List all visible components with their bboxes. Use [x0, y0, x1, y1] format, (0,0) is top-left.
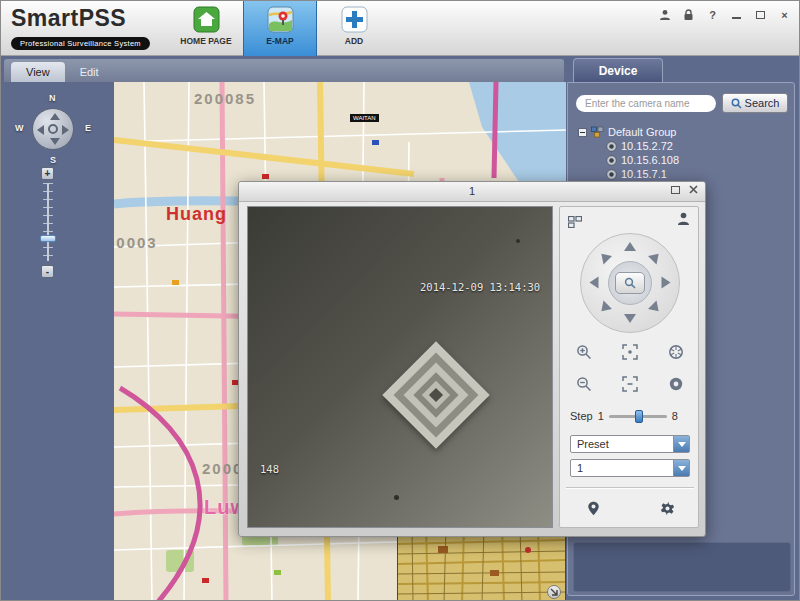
preset-dropdown[interactable]: Preset — [570, 435, 690, 453]
zoom-in-lens-button[interactable] — [574, 343, 594, 361]
app-title: SmartPSS — [11, 5, 150, 32]
ptz-up-right-icon[interactable] — [648, 250, 663, 265]
app-header: SmartPSS Professional Surveillance Syste… — [1, 1, 800, 56]
tab-home-label: HOME PAGE — [180, 36, 231, 46]
map-label-postcode-left: 00003 — [114, 234, 158, 251]
camera-row[interactable]: 10.15.2.72 — [578, 139, 788, 153]
device-tree: Default Group 10.15.2.72 10.15.6.108 — [578, 125, 788, 181]
preset-number-dropdown[interactable]: 1 — [570, 459, 690, 477]
goto-preset-button[interactable] — [580, 497, 606, 519]
tab-add[interactable]: ADD — [317, 1, 391, 56]
location-pin-icon — [587, 501, 600, 516]
preset-number-dropdown-button[interactable] — [673, 460, 689, 476]
ptz-down-left-icon[interactable] — [597, 301, 612, 316]
pan-left-icon[interactable] — [37, 125, 44, 135]
device-panel-footer — [573, 542, 791, 592]
tab-emap-label: E-MAP — [266, 36, 293, 46]
collapse-icon[interactable] — [578, 128, 587, 137]
video-feed[interactable]: 2014-12-09 13:14:30 148 — [247, 206, 553, 528]
close-icon[interactable]: × — [778, 8, 791, 21]
ptz-right-icon[interactable] — [662, 277, 671, 289]
ptz-up-left-icon[interactable] — [597, 250, 612, 265]
pan-down-icon[interactable] — [50, 138, 60, 145]
zoom-out-button[interactable]: - — [41, 265, 54, 278]
ptz-step-row: Step 1 8 — [570, 409, 690, 423]
compass-east-label: E — [85, 123, 91, 133]
focus-far-button[interactable] — [620, 375, 640, 393]
help-icon[interactable]: ? — [706, 8, 719, 21]
ptz-up-icon[interactable] — [624, 242, 636, 251]
user-icon[interactable] — [658, 8, 671, 21]
zoom-in-button[interactable]: + — [41, 167, 54, 180]
zoom-out-lens-button[interactable] — [574, 375, 594, 393]
camera-name-label: 10.15.6.108 — [621, 154, 679, 166]
pan-right-icon[interactable] — [62, 125, 69, 135]
preset-number-label: 1 — [577, 462, 583, 474]
ptz-down-right-icon[interactable] — [648, 301, 663, 316]
camera-icon — [606, 169, 617, 180]
video-window-titlebar[interactable]: 1 — [239, 182, 705, 202]
tab-view[interactable]: View — [11, 62, 65, 82]
minimize-icon[interactable] — [730, 8, 743, 21]
ptz-down-icon[interactable] — [624, 314, 636, 323]
iris-close-button[interactable] — [666, 375, 686, 393]
tree-group-row[interactable]: Default Group — [578, 125, 788, 139]
home-icon — [193, 6, 220, 33]
tab-home-page[interactable]: HOME PAGE — [169, 1, 243, 56]
video-osd-label: 148 — [260, 463, 279, 475]
smartpss-window: SmartPSS Professional Surveillance Syste… — [0, 0, 800, 601]
preset-dropdown-button[interactable] — [673, 436, 689, 452]
step-max-label: 8 — [672, 410, 678, 422]
iris-open-button[interactable] — [666, 343, 686, 361]
step-slider-handle[interactable] — [635, 410, 643, 423]
camera-search-row: Search — [576, 93, 788, 113]
map-icon — [267, 6, 294, 33]
ptz-direction-pad[interactable] — [580, 233, 680, 333]
step-min-label: 1 — [598, 410, 604, 422]
group-icon — [591, 126, 604, 138]
ceiling-vent — [382, 341, 489, 448]
lock-icon[interactable] — [682, 8, 695, 21]
map-zoom-control: + - — [39, 167, 57, 279]
compass-pad[interactable] — [32, 108, 74, 150]
window-maximize-icon[interactable] — [671, 186, 680, 194]
live-video-window[interactable]: 1 2014-12-09 13:14:30 148 — [238, 181, 706, 537]
step-slider[interactable] — [609, 415, 667, 418]
video-window-title: 1 — [239, 182, 705, 201]
compass-west-label: W — [15, 123, 24, 133]
ptz-3d-position-button[interactable] — [615, 272, 645, 294]
camera-row[interactable]: 10.15.6.108 — [578, 153, 788, 167]
camera-search-input[interactable] — [576, 95, 716, 112]
search-button[interactable]: Search — [722, 93, 788, 113]
map-label-waitan: WAITAN — [350, 114, 379, 122]
zoom-handle[interactable] — [40, 235, 56, 242]
tab-add-label: ADD — [345, 36, 363, 46]
ceiling-dot — [516, 239, 520, 243]
ptz-left-icon[interactable] — [590, 277, 599, 289]
tab-emap[interactable]: E-MAP — [243, 1, 317, 56]
maximize-icon[interactable] — [754, 8, 767, 21]
tab-edit[interactable]: Edit — [65, 62, 114, 82]
pan-center-icon[interactable] — [48, 124, 58, 134]
collapse-corner-button[interactable] — [547, 585, 561, 599]
video-timestamp: 2014-12-09 13:14:30 — [420, 281, 540, 293]
preset-dropdown-label: Preset — [577, 438, 609, 450]
chevron-down-icon — [678, 466, 686, 471]
focus-near-button[interactable] — [620, 343, 640, 361]
emap-tabbar: View Edit — [4, 59, 564, 82]
ptz-panel: Step 1 8 Preset 1 — [559, 206, 699, 528]
add-icon — [341, 6, 368, 33]
person-icon[interactable] — [677, 212, 690, 230]
window-controls: ? × — [658, 8, 791, 21]
camera-row[interactable]: 10.15.7.1 — [578, 167, 788, 181]
window-close-icon[interactable] — [689, 185, 698, 194]
grid-icon[interactable] — [568, 214, 582, 232]
pan-up-icon[interactable] — [50, 113, 60, 120]
ptz-settings-button[interactable] — [654, 497, 680, 519]
ceiling-dot — [394, 495, 399, 500]
camera-name-label: 10.15.7.1 — [621, 168, 667, 180]
map-compass: N W E S — [15, 93, 91, 165]
tab-device[interactable]: Device — [573, 58, 663, 83]
zoom-track[interactable] — [43, 183, 53, 261]
ptz-lens-controls — [560, 343, 700, 407]
